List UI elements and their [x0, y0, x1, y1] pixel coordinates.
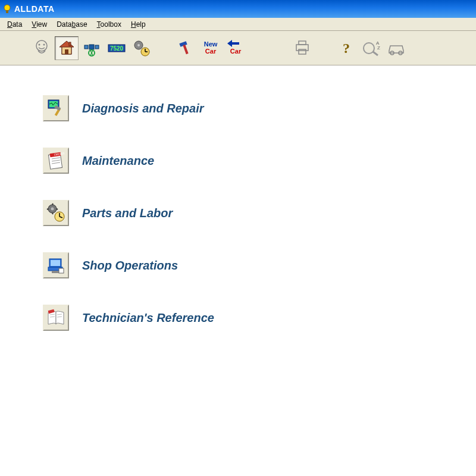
svg-rect-25	[299, 41, 306, 45]
menu-help[interactable]: Help	[126, 19, 151, 30]
category-label[interactable]: Parts and Labor	[82, 206, 173, 220]
svg-rect-11	[95, 45, 99, 49]
svg-text:?: ?	[343, 40, 350, 56]
parts-labor-icon[interactable]	[43, 200, 69, 226]
svg-text:New: New	[204, 40, 218, 48]
svg-rect-10	[84, 45, 88, 49]
menu-view[interactable]: View	[27, 19, 52, 30]
menu-toolbox[interactable]: Toolbox	[92, 19, 126, 30]
content-area: Diagnosis and Repair ORDER Maintenance	[0, 65, 476, 331]
face-icon	[32, 39, 51, 58]
category-shop-operations[interactable]: Shop Operations	[43, 252, 476, 278]
toolbar: 7520 New Car	[0, 31, 476, 65]
menubar: Data View Database Toolbox Help	[0, 18, 476, 31]
svg-rect-9	[89, 45, 94, 49]
menu-data[interactable]: Data	[2, 19, 27, 30]
toolbar-face-button[interactable]	[30, 36, 54, 60]
toolbar-car-button[interactable]	[384, 36, 408, 60]
toolbar-help-button[interactable]: ?	[334, 36, 358, 60]
svg-text:7520: 7520	[110, 45, 124, 52]
svg-point-46	[51, 208, 54, 211]
toolbar-gears-button[interactable]	[130, 36, 154, 60]
svg-rect-7	[65, 49, 68, 54]
toolbar-new-car-button[interactable]: New Car	[199, 36, 223, 60]
titlebar: ALLDATA	[0, 0, 476, 18]
svg-rect-53	[52, 271, 59, 273]
svg-point-2	[36, 40, 47, 51]
category-tech-reference[interactable]: Technician's Reference	[43, 305, 476, 331]
satellite-icon	[82, 39, 101, 58]
code-7520-icon: 7520	[107, 39, 126, 58]
svg-text:ORDER: ORDER	[54, 151, 65, 156]
back-car-icon: Car	[226, 39, 245, 58]
toolbar-code-button[interactable]: 7520	[105, 36, 129, 60]
svg-rect-54	[59, 268, 64, 273]
car-icon	[387, 39, 406, 58]
svg-point-0	[4, 5, 10, 11]
toolbar-satellite-button[interactable]	[80, 36, 104, 60]
category-label[interactable]: Diagnosis and Repair	[82, 102, 204, 115]
svg-text:Z: Z	[377, 45, 380, 51]
maintenance-icon[interactable]: ORDER	[43, 148, 69, 174]
help-icon: ?	[337, 39, 356, 58]
toolbar-print-button[interactable]	[290, 36, 314, 60]
svg-line-30	[373, 52, 378, 55]
diagnosis-icon[interactable]	[43, 95, 69, 121]
svg-point-4	[43, 43, 45, 45]
alldata-app-icon	[2, 4, 12, 14]
svg-text:Car: Car	[205, 48, 217, 55]
home-icon	[57, 39, 76, 58]
toolbar-hammer-button[interactable]	[174, 36, 198, 60]
gears-clock-icon	[132, 39, 151, 58]
shop-operations-icon[interactable]	[43, 252, 69, 278]
az-search-icon: A Z	[362, 39, 381, 58]
category-diagnosis[interactable]: Diagnosis and Repair	[43, 95, 476, 121]
svg-rect-21	[183, 44, 188, 54]
toolbar-az-button[interactable]: A Z	[359, 36, 383, 60]
category-label[interactable]: Maintenance	[82, 154, 154, 168]
tech-reference-icon[interactable]	[43, 305, 69, 331]
new-car-icon: New Car	[201, 39, 220, 58]
titlebar-text: ALLDATA	[14, 4, 55, 14]
hammer-icon	[176, 39, 195, 58]
category-maintenance[interactable]: ORDER Maintenance	[43, 148, 476, 174]
svg-rect-1	[6, 10, 8, 13]
svg-rect-51	[51, 260, 60, 266]
print-icon	[293, 39, 312, 58]
svg-text:Car: Car	[230, 48, 242, 55]
svg-rect-8	[69, 42, 71, 46]
svg-point-16	[137, 44, 140, 46]
toolbar-home-button[interactable]	[55, 36, 79, 60]
toolbar-back-car-button[interactable]: Car	[224, 36, 248, 60]
category-label[interactable]: Shop Operations	[82, 259, 178, 273]
menu-database[interactable]: Database	[52, 19, 92, 30]
svg-rect-27	[299, 49, 306, 54]
svg-point-29	[364, 43, 374, 54]
category-parts-labor[interactable]: Parts and Labor	[43, 200, 476, 226]
svg-point-3	[39, 43, 40, 45]
category-label[interactable]: Technician's Reference	[82, 311, 214, 325]
